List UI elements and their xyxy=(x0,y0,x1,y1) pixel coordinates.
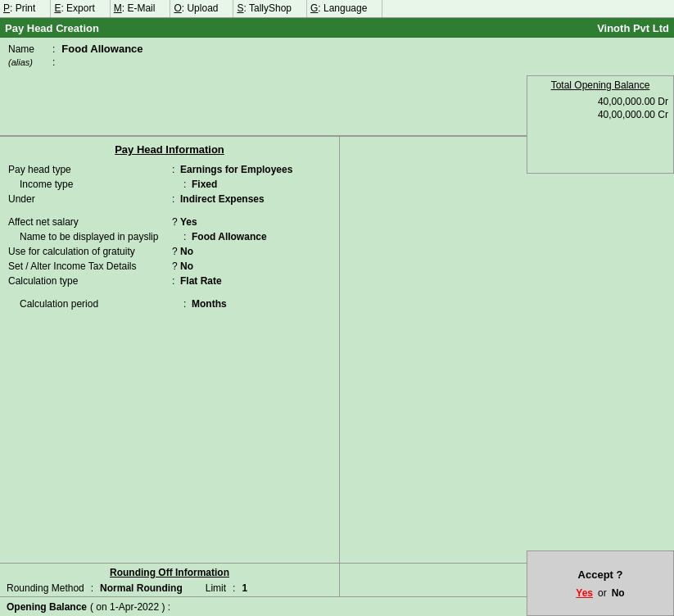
label-payslip-name: Name to be displayed in payslip xyxy=(20,231,183,242)
info-row-calc-period: Calculation period : Months xyxy=(8,298,331,310)
menu-export[interactable]: E: Export xyxy=(51,0,110,17)
label-gratuity: Use for calculation of gratuity xyxy=(8,246,172,257)
left-panel: Pay Head Information Pay head type : Ear… xyxy=(0,137,340,611)
info-row-calc-type: Calculation type : Flat Rate xyxy=(8,275,331,287)
label-income-tax: Set / Alter Income Tax Details xyxy=(8,260,172,272)
menu-tallyshop[interactable]: S: TallyShop xyxy=(233,0,307,17)
company-name: Vinoth Pvt Ltd xyxy=(597,22,669,34)
main-content: Pay Head Information Pay head type : Ear… xyxy=(0,136,674,611)
pay-head-info-title: Pay Head Information xyxy=(8,143,331,156)
name-field: Name : Food Allowance xyxy=(8,43,666,55)
rounding-title: Rounding Off Information xyxy=(0,564,339,580)
menu-language[interactable]: G: Language xyxy=(307,0,382,17)
label-calc-period: Calculation period xyxy=(20,298,183,310)
info-row-affect-net-salary: Affect net salary ? Yes xyxy=(8,216,331,228)
menu-bar: P: Print E: Export M: E-Mail O: Upload S… xyxy=(0,0,674,18)
rounding-row: Rounding Method : Normal Rounding Limit … xyxy=(0,580,339,596)
rounding-method-value: Normal Rounding xyxy=(100,582,183,594)
balance-dr: 40,00,000.00 Dr xyxy=(532,96,668,107)
info-row-income-type: Income type : Fixed xyxy=(8,179,331,190)
value-pay-head-type: Earnings for Employees xyxy=(180,164,292,175)
page-title: Pay Head Creation xyxy=(5,22,99,34)
info-row-under: Under : Indirect Expenses xyxy=(8,193,331,205)
rounding-method-label: Rounding Method xyxy=(7,582,84,594)
label-affect-net-salary: Affect net salary xyxy=(8,216,172,228)
label-under: Under xyxy=(8,193,172,205)
right-panel xyxy=(340,137,674,611)
rounding-left: Rounding Off Information Rounding Method… xyxy=(0,564,340,596)
value-income-tax: No xyxy=(180,260,193,272)
accept-title: Accept ? xyxy=(578,568,623,581)
accept-no-button[interactable]: No xyxy=(612,587,625,599)
label-pay-head-type: Pay head type xyxy=(8,164,172,175)
label-calc-type: Calculation type xyxy=(8,275,172,287)
accept-options: Yes or No xyxy=(576,587,624,599)
limit-label: Limit xyxy=(206,582,226,594)
label-income-type: Income type xyxy=(20,179,183,190)
value-calc-type: Flat Rate xyxy=(180,275,222,287)
info-row-payslip-name: Name to be displayed in payslip : Food A… xyxy=(8,231,331,242)
opening-balance-label: Opening Balance xyxy=(7,601,87,613)
value-under: Indirect Expenses xyxy=(180,193,265,205)
value-gratuity: No xyxy=(180,246,193,257)
name-value[interactable]: Food Allowance xyxy=(61,43,142,55)
name-label: Name xyxy=(8,43,49,55)
balance-cr: 40,00,000.00 Cr xyxy=(532,109,668,120)
value-calc-period: Months xyxy=(192,298,227,310)
balance-total-label: Total Opening Balance xyxy=(532,79,668,91)
alias-label: (alias) xyxy=(8,57,49,67)
accept-yes-button[interactable]: Yes xyxy=(576,587,593,599)
alias-field: (alias) : xyxy=(8,57,666,68)
info-row-income-tax: Set / Alter Income Tax Details ? No xyxy=(8,260,331,272)
opening-balance-date: ( on 1-Apr-2022 ) : xyxy=(90,601,170,613)
menu-email[interactable]: M: E-Mail xyxy=(111,0,171,17)
info-row-pay-head-type: Pay head type : Earnings for Employees xyxy=(8,164,331,175)
value-affect-net-salary: Yes xyxy=(180,216,197,228)
menu-upload[interactable]: O: Upload xyxy=(170,0,233,17)
limit-value: 1 xyxy=(242,582,247,594)
header-bar: Pay Head Creation Vinoth Pvt Ltd xyxy=(0,18,674,38)
value-payslip-name: Food Allowance xyxy=(192,231,267,242)
balance-panel: Total Opening Balance 40,00,000.00 Dr 40… xyxy=(527,75,674,174)
menu-print[interactable]: P: Print xyxy=(0,0,51,17)
value-income-type: Fixed xyxy=(192,179,217,190)
accept-dialog: Accept ? Yes or No xyxy=(527,550,674,616)
info-row-gratuity: Use for calculation of gratuity ? No xyxy=(8,246,331,257)
accept-or-text: or xyxy=(598,587,607,599)
